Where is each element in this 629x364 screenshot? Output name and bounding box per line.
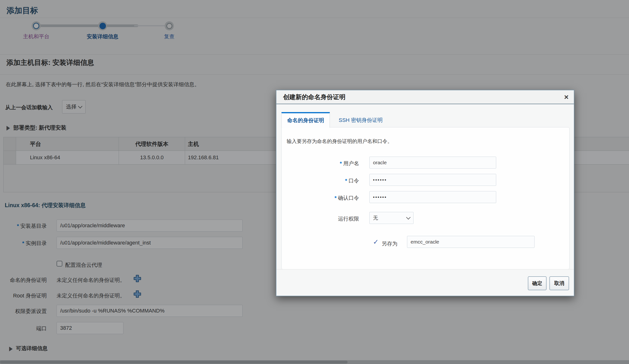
required-mark: * bbox=[340, 161, 342, 167]
dialog-titlebar: 创建新的命名身份证明 × bbox=[276, 90, 574, 104]
run-privilege-value: 无 bbox=[373, 215, 378, 221]
screen: 添加目标 主机和平台 安装详细信息 复查 添加主机目标: 安装详细信息 在此屏幕… bbox=[0, 0, 629, 364]
save-as-label: 另存为 bbox=[382, 240, 397, 247]
create-credential-dialog: 创建新的命名身份证明 × 命名的身份证明 SSH 密钥身份证明 输入要另存为命名… bbox=[276, 90, 574, 296]
dialog-title: 创建新的命名身份证明 bbox=[283, 93, 345, 101]
dialog-tab-panel: 输入要另存为命名的身份证明的用户名和口令。 *用户名 oracle *口令 ••… bbox=[281, 127, 570, 270]
cancel-button[interactable]: 取消 bbox=[549, 276, 569, 290]
chevron-down-icon bbox=[406, 215, 410, 219]
ok-button[interactable]: 确定 bbox=[528, 276, 547, 290]
username-label: *用户名 bbox=[282, 160, 359, 167]
required-mark: * bbox=[334, 195, 336, 201]
confirm-password-input[interactable]: •••••• bbox=[369, 191, 496, 203]
dialog-instruction: 输入要另存为命名的身份证明的用户名和口令。 bbox=[287, 138, 392, 145]
password-label: *口令 bbox=[282, 177, 359, 184]
confirm-password-value: •••••• bbox=[373, 194, 387, 200]
tab-named-credential[interactable]: 命名的身份证明 bbox=[281, 112, 330, 128]
confirm-password-label: *确认口令 bbox=[282, 194, 359, 202]
run-privilege-label: 运行权限 bbox=[282, 215, 359, 222]
run-privilege-select[interactable]: 无 bbox=[369, 212, 414, 224]
save-as-checked-icon[interactable]: ✓ bbox=[373, 238, 378, 246]
password-value: •••••• bbox=[373, 177, 387, 182]
tab-ssh-key-credential[interactable]: SSH 密钥身份证明 bbox=[334, 113, 387, 127]
save-as-value: emcc_oracle bbox=[411, 239, 439, 245]
password-input[interactable]: •••••• bbox=[369, 174, 496, 186]
footer-divider bbox=[276, 269, 574, 270]
close-icon[interactable]: × bbox=[564, 92, 569, 102]
save-as-input[interactable]: emcc_oracle bbox=[407, 236, 535, 248]
username-value: oracle bbox=[373, 160, 387, 166]
username-input[interactable]: oracle bbox=[369, 157, 496, 169]
required-mark: * bbox=[345, 178, 347, 184]
